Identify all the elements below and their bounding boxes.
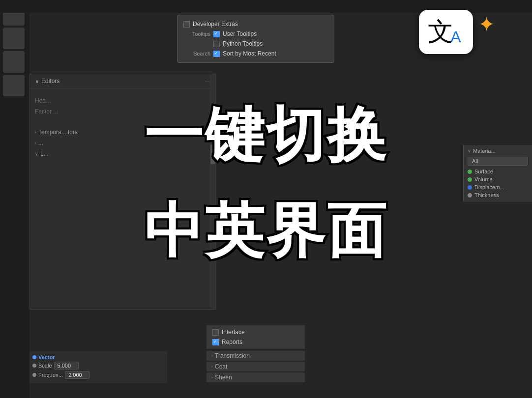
coat-row[interactable]: › Coat — [207, 362, 305, 371]
sheen-chevron: › — [211, 375, 213, 380]
python-tooltips-checkbox[interactable] — [213, 41, 220, 47]
head-label: Hea... — [35, 97, 51, 104]
local-label: ... — [38, 140, 43, 146]
scale-value[interactable]: 5.000 — [54, 362, 79, 370]
left-sidebar — [0, 0, 30, 398]
translate-icon-area: 文A ✦ — [419, 10, 473, 54]
translate-text-icon: 文A — [428, 15, 464, 49]
volume-label: Volume — [474, 176, 493, 182]
material-item-volume[interactable]: Volume — [468, 175, 528, 183]
surface-dot — [468, 170, 472, 174]
thickness-label: Thickness — [474, 192, 499, 198]
editors-title: Editors — [41, 78, 59, 85]
frequency-label: Frequen... — [38, 372, 63, 378]
translate-icon-bg: 文A ✦ — [419, 10, 473, 54]
material-title: Materia... — [473, 148, 496, 154]
sidebar-btn-4[interactable] — [3, 75, 25, 96]
python-tooltips-row: Python Tooltips — [177, 39, 334, 49]
coat-chevron: › — [211, 364, 213, 369]
material-panel: ∨ Materia... All Surface Volume Displace… — [463, 145, 532, 202]
coat-label: Coat — [215, 363, 227, 370]
material-item-thickness[interactable]: Thickness — [468, 191, 528, 199]
temporal-chevron: › — [35, 130, 36, 135]
editors-section-header: ∨ Editors ··· — [30, 74, 216, 88]
search-row: Search Sort by Most Recent — [177, 49, 334, 58]
scrollbar[interactable] — [210, 74, 216, 309]
displacement-label: Displacem... — [474, 184, 504, 190]
local-chevron: › — [35, 141, 36, 145]
bottom-center-panel: Interface Reports — [207, 325, 305, 349]
sidebar-btn-2[interactable] — [3, 28, 25, 49]
lv-chevron: ∨ — [35, 151, 38, 156]
reports-checkbox[interactable] — [212, 339, 219, 345]
scroll-thumb[interactable] — [210, 144, 215, 164]
frequency-row: Frequen... 2.000 — [32, 371, 164, 379]
material-item-surface[interactable]: Surface — [468, 168, 528, 175]
sheen-row[interactable]: › Sheen — [207, 372, 305, 382]
temporal-label: Tempora... tors — [38, 129, 78, 136]
vector-label: Vector — [38, 354, 55, 360]
bottom-props-panel: Vector Scale 5.000 Frequen... 2.000 — [30, 351, 167, 383]
material-all-button[interactable]: All — [468, 157, 528, 166]
search-label: Search — [183, 51, 210, 57]
local-row[interactable]: › ... — [30, 138, 216, 148]
editors-chevron-icon: ∨ — [35, 78, 39, 85]
factor-row: Factor ... — [30, 106, 216, 117]
frequency-value[interactable]: 2.000 — [65, 371, 89, 379]
factor-label: Factor ... — [35, 108, 58, 115]
sort-recent-checkbox[interactable] — [213, 51, 220, 57]
transmission-label: Transmission — [215, 352, 250, 359]
temporal-row[interactable]: › Tempora... tors — [30, 127, 216, 138]
vector-row: Vector — [32, 354, 164, 360]
material-item-displacement[interactable]: Displacem... — [468, 183, 528, 191]
sort-recent-label: Sort by Most Recent — [223, 50, 276, 57]
lv-row[interactable]: ∨ L... — [30, 148, 216, 159]
displacement-dot — [468, 185, 472, 190]
prefs-panel: Developer Extras Tooltips User Tooltips … — [177, 15, 334, 63]
reports-label: Reports — [222, 339, 242, 345]
tooltips-label: Tooltips — [183, 31, 210, 37]
user-tooltips-checkbox[interactable] — [213, 31, 220, 37]
scale-dot — [32, 364, 36, 368]
transmission-row[interactable]: › Transmission — [207, 351, 305, 361]
sidebar-btn-3[interactable] — [3, 51, 25, 73]
surface-label: Surface — [474, 169, 493, 174]
sparkle-icon: ✦ — [478, 12, 495, 36]
transmission-panel: › Transmission › Coat › Sheen — [207, 351, 305, 383]
interface-checkbox[interactable] — [212, 329, 219, 336]
left-mid-panel: ∨ Editors ··· Hea... Factor ... › Tempor… — [30, 74, 216, 310]
lv-label: L... — [40, 150, 49, 157]
scale-label: Scale — [38, 363, 52, 369]
developer-extras-label: Developer Extras — [193, 21, 238, 28]
developer-extras-checkbox[interactable] — [183, 21, 190, 28]
vector-dot — [32, 355, 36, 359]
reports-row: Reports — [207, 337, 305, 347]
transmission-chevron: › — [211, 353, 213, 358]
user-tooltips-label: User Tooltips — [223, 30, 257, 37]
scale-row: Scale 5.000 — [32, 362, 164, 370]
tooltips-section-row: Tooltips User Tooltips — [177, 29, 334, 39]
developer-extras-row: Developer Extras — [177, 19, 334, 29]
thickness-dot — [468, 193, 472, 198]
material-chevron: ∨ — [468, 148, 471, 153]
frequency-dot — [32, 373, 36, 377]
material-header: ∨ Materia... — [468, 148, 528, 154]
interface-label: Interface — [222, 329, 245, 336]
interface-row: Interface — [207, 327, 305, 337]
head-row: Hea... — [30, 91, 216, 106]
sheen-label: Sheen — [215, 374, 232, 381]
python-tooltips-label: Python Tooltips — [223, 40, 263, 47]
volume-dot — [468, 177, 472, 182]
